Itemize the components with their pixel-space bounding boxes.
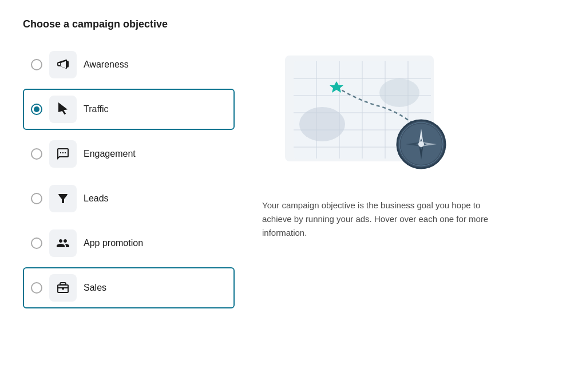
filter-icon [56, 192, 70, 205]
traffic-illustration [262, 50, 468, 187]
awareness-icon-box [49, 51, 77, 78]
radio-awareness[interactable] [31, 59, 42, 70]
people-icon [56, 236, 70, 250]
svg-point-21 [418, 141, 424, 147]
sales-label: Sales [84, 283, 106, 293]
option-engagement[interactable]: Engagement [23, 133, 235, 175]
leads-label: Leads [84, 193, 109, 204]
option-leads[interactable]: Leads [23, 178, 235, 219]
engagement-label: Engagement [84, 149, 136, 159]
options-list: Awareness Traffic Engagement [23, 44, 235, 308]
traffic-icon-box [49, 96, 77, 123]
radio-app-promotion[interactable] [31, 237, 42, 249]
option-sales[interactable]: Sales [23, 267, 235, 308]
description-text: Your campaign objective is the business … [262, 199, 491, 240]
option-traffic[interactable]: Traffic [23, 89, 235, 130]
chat-icon [56, 147, 70, 161]
info-panel: Your campaign objective is the business … [262, 44, 491, 240]
svg-point-12 [299, 107, 345, 141]
engagement-icon-box [49, 140, 77, 168]
traffic-label: Traffic [84, 104, 109, 114]
page-title: Choose a campaign objective [23, 18, 563, 30]
leads-icon-box [49, 185, 77, 212]
app-promotion-icon-box [49, 229, 77, 257]
briefcase-icon [56, 281, 70, 295]
option-app-promotion[interactable]: App promotion [23, 223, 235, 264]
svg-point-13 [379, 78, 419, 107]
radio-traffic[interactable] [31, 104, 42, 115]
campaign-objective-layout: Awareness Traffic Engagement [23, 44, 563, 308]
awareness-label: Awareness [84, 60, 129, 70]
megaphone-icon [56, 58, 70, 72]
option-awareness[interactable]: Awareness [23, 44, 235, 85]
cursor-icon [56, 102, 70, 116]
radio-sales[interactable] [31, 282, 42, 294]
radio-leads[interactable] [31, 193, 42, 204]
sales-icon-box [49, 274, 77, 302]
app-promotion-label: App promotion [84, 238, 143, 248]
radio-engagement[interactable] [31, 148, 42, 160]
